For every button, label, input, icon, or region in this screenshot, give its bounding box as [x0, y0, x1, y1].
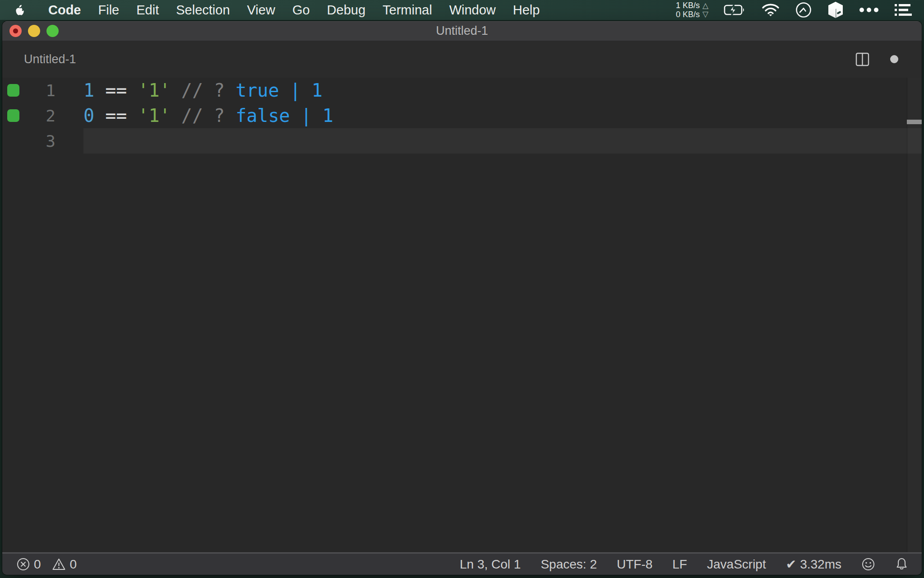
zoom-button[interactable] — [46, 25, 59, 37]
menu-item-window[interactable]: Window — [441, 3, 504, 18]
overview-ruler[interactable] — [907, 78, 922, 552]
window-titlebar[interactable]: Untitled-1 — [2, 21, 922, 41]
code-line[interactable]: 1 1 == '1' // ? true | 1 — [2, 78, 922, 103]
clock-icon[interactable] — [795, 1, 812, 19]
upload-arrow-icon: △ — [702, 1, 708, 10]
eol-sequence[interactable]: LF — [672, 557, 687, 572]
tab-untitled-1[interactable]: Untitled-1 — [24, 52, 76, 66]
code-editor[interactable]: 1 1 == '1' // ? true | 1 2 0 == '1' // ?… — [2, 78, 922, 552]
line-number: 3 — [20, 128, 55, 154]
screen: Code File Edit Selection View Go Debug T… — [0, 0, 924, 578]
download-arrow-icon: ▽ — [702, 10, 708, 19]
editor-tab-bar: Untitled-1 — [2, 41, 922, 78]
menu-item-view[interactable]: View — [239, 3, 284, 18]
code-line[interactable]: 3 — [2, 128, 922, 154]
network-up-speed: 1 KB/s — [676, 1, 700, 10]
menu-item-file[interactable]: File — [90, 3, 128, 18]
window-title: Untitled-1 — [436, 24, 488, 38]
line-number: 1 — [20, 78, 55, 104]
cube-icon[interactable] — [827, 1, 844, 19]
minimize-button[interactable] — [28, 25, 40, 37]
quokka-coverage-indicator — [7, 84, 19, 97]
menu-item-go[interactable]: Go — [284, 3, 319, 18]
menu-item-debug[interactable]: Debug — [319, 3, 374, 18]
menu-item-app[interactable]: Code — [40, 3, 90, 18]
menu-item-edit[interactable]: Edit — [128, 3, 167, 18]
menu-item-selection[interactable]: Selection — [167, 3, 238, 18]
status-bar: 0 0 Ln 3, Col 1 Spaces: 2 UTF-8 — [2, 552, 922, 575]
problems-warnings[interactable]: 0 — [52, 557, 77, 572]
code-text: 0 == '1' // ? false | 1 — [83, 103, 333, 128]
warning-icon — [52, 558, 66, 571]
battery-charging-icon[interactable] — [724, 4, 746, 16]
problems-errors[interactable]: 0 — [17, 557, 41, 572]
encoding[interactable]: UTF-8 — [617, 557, 652, 572]
list-icon[interactable] — [894, 4, 914, 16]
network-down-speed: 0 KB/s — [676, 10, 700, 19]
quokka-inline-annotation: false | 1 — [225, 105, 333, 126]
wifi-icon[interactable] — [762, 3, 780, 17]
smiley-icon[interactable] — [861, 557, 875, 571]
apple-icon[interactable] — [14, 3, 27, 17]
quokka-status[interactable]: ✔ 3.32ms — [786, 557, 841, 572]
vscode-window: Untitled-1 Untitled-1 1 1 == '1' // ? tr… — [2, 21, 922, 575]
language-mode[interactable]: JavaScript — [707, 557, 766, 572]
warning-count: 0 — [70, 557, 77, 572]
split-editor-icon[interactable] — [855, 52, 869, 66]
code-line[interactable]: 2 0 == '1' // ? false | 1 — [2, 103, 922, 128]
quokka-time: 3.32ms — [800, 557, 841, 572]
cursor-position[interactable]: Ln 3, Col 1 — [460, 557, 521, 572]
error-icon — [17, 558, 30, 571]
check-icon: ✔ — [786, 557, 796, 572]
error-count: 0 — [34, 557, 41, 572]
macos-menu-bar: Code File Edit Selection View Go Debug T… — [0, 0, 924, 20]
ellipsis-icon[interactable] — [859, 7, 879, 13]
menu-item-help[interactable]: Help — [504, 3, 549, 18]
code-text: 1 == '1' // ? true | 1 — [83, 78, 323, 103]
line-number: 2 — [20, 103, 55, 129]
menu-item-terminal[interactable]: Terminal — [374, 3, 441, 18]
quokka-inline-annotation: true | 1 — [225, 80, 323, 101]
bell-icon[interactable] — [895, 557, 908, 571]
overview-cursor-marker — [907, 120, 922, 124]
quokka-coverage-indicator — [7, 109, 19, 122]
close-button[interactable] — [9, 25, 22, 37]
indentation[interactable]: Spaces: 2 — [541, 557, 597, 572]
network-speed-widget[interactable]: 1 KB/s 0 KB/s △ ▽ — [676, 1, 708, 19]
unsaved-changes-indicator[interactable] — [890, 55, 898, 63]
